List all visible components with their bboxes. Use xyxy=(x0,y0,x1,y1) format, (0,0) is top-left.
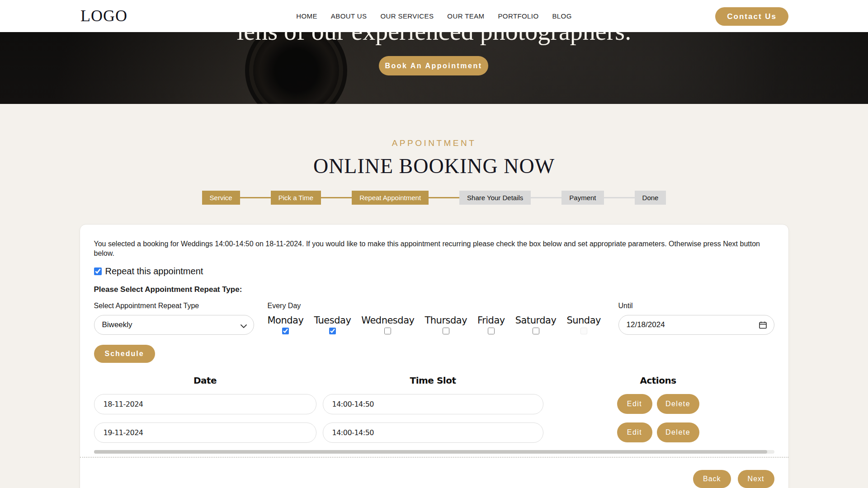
nav-item-blog[interactable]: BLOG xyxy=(552,12,571,20)
until-column: Until xyxy=(618,302,774,335)
date-column-header: Date xyxy=(94,375,316,386)
nav-item-our-services[interactable]: OUR SERVICES xyxy=(380,12,434,20)
weekday-saturday: Saturday xyxy=(515,315,557,334)
appointment-time-input[interactable] xyxy=(323,422,543,443)
wizard-navigation: Back Next xyxy=(94,470,774,488)
actions-column-header: Actions xyxy=(617,375,699,386)
horizontal-scrollbar[interactable] xyxy=(94,450,774,454)
saturday-checkbox[interactable] xyxy=(533,328,539,334)
booking-stepper: Service Pick a Time Repeat Appointment S… xyxy=(0,191,868,205)
every-day-label: Every Day xyxy=(268,302,601,310)
step-connector xyxy=(240,197,271,198)
site-logo[interactable]: LOGO xyxy=(80,6,127,25)
weekday-sunday: Sunday xyxy=(566,315,601,334)
wednesday-checkbox[interactable] xyxy=(384,328,391,334)
sunday-checkbox[interactable] xyxy=(580,328,587,334)
appointment-date-input[interactable] xyxy=(94,394,316,414)
next-button[interactable]: Next xyxy=(738,470,774,488)
appointment-time-input[interactable] xyxy=(323,394,543,414)
appointment-date-input[interactable] xyxy=(94,422,316,443)
repeat-settings-row: Select Appointment Repeat Type Biweekly … xyxy=(94,302,774,335)
row-actions: Edit Delete xyxy=(617,394,699,414)
thursday-checkbox[interactable] xyxy=(443,328,449,334)
nav-item-portfolio[interactable]: PORTFOLIO xyxy=(498,12,538,20)
step-connector xyxy=(321,197,352,198)
nav-item-about-us[interactable]: ABOUT US xyxy=(331,12,367,20)
divider xyxy=(80,457,788,458)
repeat-type-label: Select Appointment Repeat Type xyxy=(94,302,254,310)
table-row: Edit Delete xyxy=(94,422,774,443)
weekday-monday: Monday xyxy=(268,315,304,334)
step-connector xyxy=(604,197,635,198)
step-service[interactable]: Service xyxy=(202,191,240,205)
edit-button[interactable]: Edit xyxy=(617,394,652,414)
step-connector xyxy=(429,197,459,198)
weekday-thursday: Thursday xyxy=(425,315,467,334)
nav-item-our-team[interactable]: OUR TEAM xyxy=(447,12,484,20)
repeat-appointment-checkbox[interactable] xyxy=(94,267,102,275)
weekday-friday: Friday xyxy=(477,315,505,334)
section-eyebrow: APPOINTMENT xyxy=(0,138,868,148)
row-actions: Edit Delete xyxy=(617,422,699,442)
every-day-column: Every Day Monday Tuesday Wednesday xyxy=(268,302,601,334)
appointments-table-header: Date Time Slot Actions xyxy=(94,375,774,386)
step-repeat-appointment[interactable]: Repeat Appointment xyxy=(352,191,429,205)
calendar-icon[interactable] xyxy=(759,321,767,331)
repeat-type-heading: Please Select Appointment Repeat Type: xyxy=(94,285,774,294)
booking-card: You selected a booking for Weddings 14:0… xyxy=(80,224,789,488)
site-header: LOGO HOME ABOUT US OUR SERVICES OUR TEAM… xyxy=(0,0,868,32)
main-nav: HOME ABOUT US OUR SERVICES OUR TEAM PORT… xyxy=(296,12,572,20)
back-button[interactable]: Back xyxy=(693,470,731,488)
step-pick-a-time[interactable]: Pick a Time xyxy=(271,191,321,205)
contact-us-button[interactable]: Contact Us xyxy=(715,7,788,26)
book-appointment-button[interactable]: Book An Appointment xyxy=(379,56,488,75)
table-row: Edit Delete xyxy=(94,394,774,414)
repeat-type-column: Select Appointment Repeat Type Biweekly xyxy=(94,302,254,335)
booking-summary-text: You selected a booking for Weddings 14:0… xyxy=(94,239,763,258)
monday-checkbox[interactable] xyxy=(282,328,289,334)
step-connector xyxy=(531,197,561,198)
time-slot-column-header: Time Slot xyxy=(323,375,543,386)
weekday-checkbox-group: Monday Tuesday Wednesday Thursday xyxy=(268,315,601,334)
repeat-type-select[interactable]: Biweekly xyxy=(94,315,254,335)
page-title: ONLINE BOOKING NOW xyxy=(0,154,868,178)
until-label: Until xyxy=(618,302,774,310)
repeat-appointment-row: Repeat this appointment xyxy=(94,266,774,277)
schedule-button[interactable]: Schedule xyxy=(94,345,155,363)
until-date-input[interactable] xyxy=(618,315,774,335)
step-payment[interactable]: Payment xyxy=(561,191,604,205)
delete-button[interactable]: Delete xyxy=(657,394,699,414)
step-done[interactable]: Done xyxy=(635,191,666,205)
nav-item-home[interactable]: HOME xyxy=(296,12,317,20)
weekday-tuesday: Tuesday xyxy=(314,315,351,334)
friday-checkbox[interactable] xyxy=(488,328,495,334)
repeat-appointment-label[interactable]: Repeat this appointment xyxy=(105,266,203,277)
scrollbar-thumb[interactable] xyxy=(94,450,768,454)
booking-section: APPOINTMENT ONLINE BOOKING NOW Service P… xyxy=(0,104,868,488)
tuesday-checkbox[interactable] xyxy=(329,328,336,334)
delete-button[interactable]: Delete xyxy=(657,422,699,442)
edit-button[interactable]: Edit xyxy=(617,422,652,442)
step-share-your-details[interactable]: Share Your Details xyxy=(459,191,531,205)
weekday-wednesday: Wednesday xyxy=(361,315,414,334)
hero-headline: lens of our experienced photographers. xyxy=(0,32,868,46)
hero-section: lens of our experienced photographers. B… xyxy=(0,32,868,104)
